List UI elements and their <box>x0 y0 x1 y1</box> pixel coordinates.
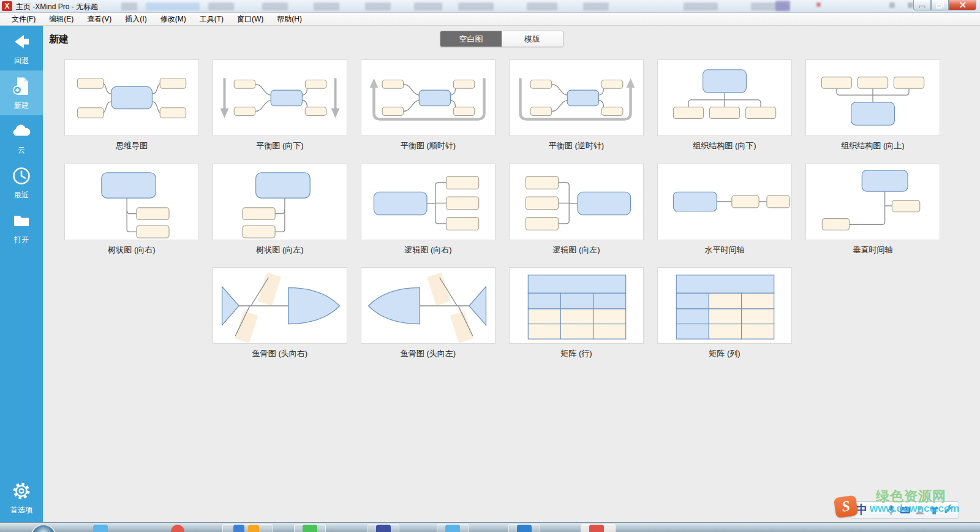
template-label: 逻辑图 (向左) <box>509 245 644 256</box>
template-label: 平衡图 (顺时针) <box>361 140 496 151</box>
taskbar-app-icon <box>233 525 244 532</box>
menu-item-1[interactable]: 编辑(E) <box>42 13 80 26</box>
template-card-org_down[interactable] <box>657 59 792 136</box>
sidebar-item-3[interactable]: 最近 <box>0 160 43 205</box>
template-thumbnail-balance_down <box>213 60 347 135</box>
template-label: 鱼骨图 (头向左) <box>361 348 496 359</box>
menu-item-2[interactable]: 查看(V) <box>80 13 118 26</box>
sidebar-item-2[interactable]: 云 <box>0 115 43 160</box>
tab-0[interactable]: 空白图 <box>440 31 502 47</box>
template-label: 逻辑图 (向右) <box>361 245 496 256</box>
xmind-app-icon: X <box>2 1 12 11</box>
template-card-logic_right[interactable] <box>361 164 496 240</box>
template-card-matrix_col[interactable] <box>657 267 792 344</box>
gear-icon <box>10 480 32 502</box>
sidebar-item-1[interactable]: 新建 <box>0 70 43 115</box>
watermark-site-url: www.downcc.com <box>870 503 960 515</box>
cloud-icon <box>10 120 32 142</box>
back-icon <box>10 31 32 53</box>
template-thumbnail-timeline_v <box>806 164 940 240</box>
template-thumbnail-balance_cw <box>361 60 495 135</box>
template-card-balance_down[interactable] <box>213 59 347 136</box>
windows-taskbar <box>0 522 980 532</box>
taskbar-app-icon <box>248 525 259 532</box>
sidebar-item-label: 打开 <box>14 235 29 245</box>
template-label: 组织结构图 (向上) <box>805 140 940 151</box>
template-card-timeline_v[interactable] <box>805 164 940 240</box>
menu-item-6[interactable]: 窗口(W) <box>230 13 270 26</box>
taskbar-app-icon <box>171 525 184 532</box>
minimize-icon <box>919 2 926 8</box>
template-label: 垂直时间轴 <box>805 245 940 256</box>
taskbar-button[interactable] <box>222 524 273 532</box>
template-card-matrix_row[interactable] <box>509 267 644 344</box>
template-card-balance_cw[interactable] <box>361 59 496 136</box>
titlebar-ghost <box>527 2 557 10</box>
template-thumbnail-org_down <box>658 60 791 135</box>
minimize-button[interactable] <box>913 0 931 10</box>
template-card-mindmap[interactable] <box>64 59 199 136</box>
start-orb-icon[interactable] <box>31 524 56 532</box>
tab-1[interactable]: 模版 <box>502 31 563 47</box>
template-label: 水平时间轴 <box>657 245 792 256</box>
close-button[interactable] <box>949 0 976 10</box>
menu-item-5[interactable]: 工具(T) <box>193 13 230 26</box>
template-label: 树状图 (向左) <box>213 245 347 256</box>
template-label: 矩阵 (行) <box>509 348 644 359</box>
taskbar-app-icon <box>589 525 604 532</box>
titlebar-ghost <box>262 2 288 10</box>
sidebar-item-4[interactable]: 打开 <box>0 205 43 249</box>
template-card-org_up[interactable] <box>805 59 940 136</box>
window-controls <box>913 0 976 10</box>
template-card-fishbone_right[interactable] <box>213 267 347 344</box>
sogou-logo-icon[interactable]: S <box>834 495 858 519</box>
sidebar-item-label: 新建 <box>14 101 29 111</box>
sidebar: 回退 新建 云 最近 打开 首选项 <box>0 26 43 522</box>
titlebar-ghost <box>684 2 718 10</box>
template-card-fishbone_left[interactable] <box>361 267 496 344</box>
app-body: 回退 新建 云 最近 打开 首选项 新建 空白图模版 思维导图 平衡图 ( <box>0 26 980 522</box>
content-area: 新建 空白图模版 思维导图 平衡图 (向下) 平衡图 (顺时针) 平衡图 (逆时… <box>43 26 980 522</box>
template-label: 思维导图 <box>64 140 199 151</box>
sidebar-item-preferences[interactable]: 首选项 <box>0 475 43 520</box>
menu-bar: 文件(F)编辑(E)查看(V)插入(I)修改(M)工具(T)窗口(W)帮助(H) <box>0 13 980 26</box>
clock-icon <box>10 165 32 187</box>
close-icon <box>959 2 967 8</box>
page-title: 新建 <box>49 33 69 46</box>
titlebar-ghost <box>365 2 391 10</box>
view-tabs: 空白图模版 <box>440 31 564 47</box>
titlebar-ghost <box>775 1 790 11</box>
template-label: 平衡图 (逆时针) <box>509 140 644 151</box>
template-label: 树状图 (向右) <box>64 245 199 256</box>
menu-item-7[interactable]: 帮助(H) <box>270 13 309 26</box>
template-card-timeline_h[interactable] <box>657 164 792 240</box>
new-document-icon <box>10 75 32 97</box>
template-label: 鱼骨图 (头向右) <box>213 348 347 359</box>
template-card-balance_ccw[interactable] <box>509 59 644 136</box>
template-label: 矩阵 (列) <box>657 348 792 359</box>
template-card-tree_right[interactable] <box>64 164 199 240</box>
sidebar-item-label: 最近 <box>14 190 29 200</box>
titlebar-ghost <box>314 2 339 10</box>
window-title: 主页 -XMind Pro - 无标题 <box>16 2 98 12</box>
titlebar-ghost <box>414 2 442 10</box>
titlebar-ghost <box>121 2 137 10</box>
template-thumbnail-fishbone_left <box>361 268 495 343</box>
maximize-button[interactable] <box>931 0 949 10</box>
template-thumbnail-logic_left <box>510 164 643 240</box>
template-thumbnail-matrix_col <box>658 268 791 343</box>
template-thumbnail-tree_left <box>213 164 347 240</box>
template-card-tree_left[interactable] <box>213 164 347 240</box>
template-card-logic_left[interactable] <box>509 164 644 240</box>
menu-item-0[interactable]: 文件(F) <box>5 13 42 26</box>
titlebar-ghost <box>583 2 609 10</box>
menu-item-4[interactable]: 修改(M) <box>154 13 193 26</box>
template-label: 平衡图 (向下) <box>213 140 347 151</box>
taskbar-app-icon <box>303 525 317 532</box>
titlebar-ghost <box>816 2 821 7</box>
restore-icon <box>936 2 944 9</box>
folder-icon <box>10 210 32 232</box>
taskbar-app-icon <box>517 525 532 532</box>
sidebar-item-0[interactable]: 回退 <box>0 26 43 70</box>
menu-item-3[interactable]: 插入(I) <box>118 13 153 26</box>
